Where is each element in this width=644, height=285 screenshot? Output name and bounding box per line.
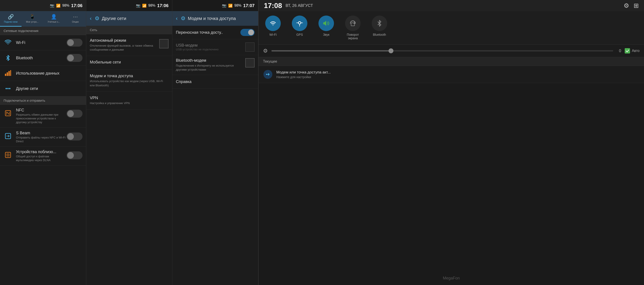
nfc-icon [4, 109, 12, 118]
bluetooth-toggle[interactable] [66, 54, 82, 62]
options-icon: ⋯ [73, 14, 78, 20]
signal-icon-2: 📶 [142, 4, 146, 8]
nearby-sub: Общий доступ к файлам мультимедиа через … [16, 155, 66, 162]
panel3-gear-icon: ⚙ [181, 15, 186, 22]
brightness-slider[interactable] [272, 50, 613, 52]
menu-airplane[interactable]: Автономный режим Отключение функций вызо… [86, 34, 172, 56]
brightness-fill [272, 50, 391, 52]
qt-wifi-icon [265, 16, 281, 31]
qt-sound[interactable]: Звук [318, 16, 334, 40]
sbeam-toggle[interactable] [66, 133, 82, 141]
auto-brightness-check[interactable]: Авто [625, 48, 640, 54]
tab-options[interactable]: ⋯ Опции [64, 11, 86, 27]
panel-other-networks: 📷 📶 98% 17:06 ‹ ⚙ Другие сети Сеть Автон… [86, 0, 172, 285]
brightness-row: ⚙ 0 Авто [258, 45, 644, 57]
panel3-header: ‹ ⚙ Модем и точка доступа [172, 11, 258, 26]
svg-point-11 [6, 153, 10, 157]
bt-modem-title: Bluetooth-модем [176, 58, 245, 63]
panel2-back-button[interactable]: ‹ [90, 15, 92, 22]
section-network-header: Сетевые подключения [0, 27, 86, 35]
tab-bar-1: 🔗 Подклю-чени 📱 Мое устро... 👤 Учетные з… [0, 11, 86, 27]
usb-title: USB-модем [176, 43, 245, 48]
help-row[interactable]: Справка [172, 75, 258, 89]
svg-point-10 [7, 154, 9, 156]
quick-toggles: Wi-Fi GPS Звук [258, 11, 644, 45]
svg-rect-1 [7, 72, 8, 76]
tab-accounts-label: Учетные з... [48, 21, 60, 23]
usb-sub: USB-устройство не подключено [176, 48, 245, 51]
menu-mobile[interactable]: Мобильные сети [86, 56, 172, 70]
svg-rect-3 [10, 70, 11, 76]
tab-mydevice[interactable]: 📱 Мое устро... [22, 11, 43, 27]
date-text: ВТ, 26 АВГУСТ [286, 3, 624, 8]
bt-modem-checkbox[interactable] [245, 58, 254, 68]
qt-wifi[interactable]: Wi-Fi [265, 16, 281, 40]
setting-wifi[interactable]: Wi-Fi [0, 35, 86, 50]
qt-rotate-icon [345, 16, 360, 31]
vpn-title: VPN [90, 96, 168, 100]
brightness-gear-icon[interactable]: ⚙ [263, 48, 268, 54]
airplane-title: Автономный режим [90, 38, 159, 43]
carrier-label: MegaFon [443, 276, 460, 280]
wifi-icon [4, 38, 12, 47]
camera-icon-2: 📷 [136, 4, 140, 8]
hotspot-toggle[interactable] [240, 29, 254, 36]
setting-bluetooth[interactable]: Bluetooth [0, 50, 86, 66]
auto-checkbox-icon [625, 48, 630, 54]
nfc-sub: Разрешить обмен данными при прикосновени… [16, 113, 66, 124]
svg-point-4 [6, 88, 7, 89]
status-bar-3: 📷 📶 98% 17:07 [172, 0, 258, 11]
battery-text-1: 98% [62, 4, 70, 8]
airplane-checkbox[interactable] [159, 39, 168, 48]
nearby-toggle[interactable] [66, 151, 82, 159]
battery-3: 98% [234, 4, 242, 8]
qt-bluetooth[interactable]: Bluetooth [372, 16, 387, 40]
menu-tethering[interactable]: Модем и точка доступа Использовать устро… [86, 70, 172, 91]
bt-modem-row[interactable]: Bluetooth-модем Подключение к Интернету … [172, 55, 258, 75]
qt-sound-icon [318, 16, 334, 31]
airplane-sub: Отключение функций вызовов, а также обме… [90, 44, 159, 52]
nearby-icon [4, 150, 12, 159]
camera-status-icon: 📷 [50, 4, 54, 8]
qt-gps-label: GPS [296, 33, 303, 36]
tab-mydevice-label: Мое устро... [26, 21, 38, 23]
qt-rotate-label: Поворот экрана [347, 33, 359, 40]
usb-checkbox [245, 42, 254, 52]
qt-gps[interactable]: GPS [292, 16, 307, 40]
qt-rotate[interactable]: Поворот экрана [345, 16, 360, 40]
sbeam-sub: Отправить файлы через NFC и Wi-Fi Direct [16, 136, 66, 143]
tethering-notif-icon [263, 70, 273, 79]
nfc-title: NFC [16, 108, 66, 113]
panel-notification-shade: 17:08 ВТ, 26 АВГУСТ ⚙ ⊞ Wi-Fi GP [258, 0, 644, 285]
setting-nfc[interactable]: NFC Разрешить обмен данными при прикосно… [0, 105, 86, 128]
panel-network-settings: 📷 📶 98% 17:06 🔗 Подклю-чени 📱 Мое устро.… [0, 0, 86, 285]
nfc-toggle[interactable] [66, 110, 82, 118]
notif-sub: Нажмите для настройки [276, 75, 640, 79]
time-1: 17:06 [71, 3, 82, 8]
settings-gear-button[interactable]: ⚙ [624, 2, 629, 9]
panel3-back-button[interactable]: ‹ [176, 15, 178, 22]
grid-button[interactable]: ⊞ [634, 2, 639, 9]
status-bar-1: 📷 📶 98% 17:06 [0, 0, 86, 11]
device-icon: 📱 [29, 14, 35, 20]
menu-vpn[interactable]: VPN Настройка и управление VPN [86, 92, 172, 109]
panel3-title: Модем и точка доступа [188, 16, 236, 21]
data-usage-icon [4, 69, 12, 78]
qt-gps-icon [292, 16, 307, 31]
setting-nearby[interactable]: Устройства поблизо... Общий доступ к фай… [0, 146, 86, 166]
other-networks-title: Другие сети [16, 86, 82, 91]
setting-sbeam[interactable]: S Beam Отправить файлы через NFC и Wi-Fi… [0, 128, 86, 147]
time-big: 17:08 [264, 2, 282, 10]
setting-other-networks[interactable]: Другие сети [0, 81, 86, 96]
tab-connections-label: Подклю-чени [4, 21, 18, 23]
hotspot-row[interactable]: Переносная точка досту.. [172, 26, 258, 39]
tethering-sub: Использовать устройство как модем (через… [90, 79, 168, 87]
notif-tethering[interactable]: Модем или точка доступа акт... Нажмите д… [258, 66, 644, 83]
panel2-title: Другие сети [102, 16, 126, 21]
tab-accounts[interactable]: 👤 Учетные з... [43, 11, 64, 27]
svg-rect-2 [8, 71, 10, 76]
wifi-toggle[interactable] [66, 39, 82, 47]
setting-data-usage[interactable]: Использование данных [0, 66, 86, 81]
tab-connections[interactable]: 🔗 Подклю-чени [0, 11, 22, 27]
tethering-title: Модем и точка доступа [90, 74, 168, 78]
